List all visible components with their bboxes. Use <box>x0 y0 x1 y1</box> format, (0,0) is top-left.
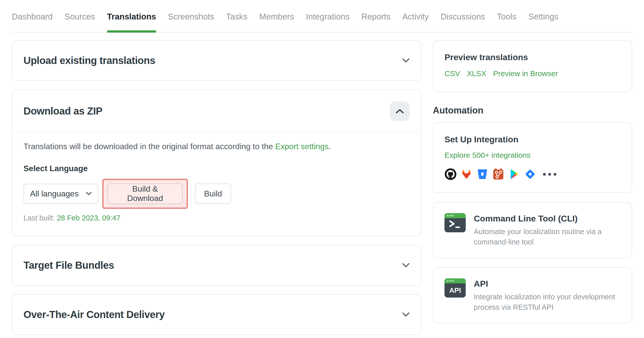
download-panel-title: Download as ZIP <box>23 105 103 117</box>
tab-settings[interactable]: Settings <box>528 12 558 32</box>
bitbucket-icon[interactable] <box>476 168 488 180</box>
csv-link[interactable]: CSV <box>444 69 460 78</box>
gitlab-icon[interactable] <box>460 168 473 180</box>
build-controls-row: All languages Build & Download Build <box>23 179 410 209</box>
sidebar-column: Preview translations CSV XLSX Preview in… <box>433 40 632 338</box>
download-description: Translations will be downloaded in the o… <box>23 141 410 152</box>
target-file-bundles-panel: Target File Bundles <box>12 245 421 286</box>
more-integrations-icon[interactable] <box>543 173 556 176</box>
tab-tasks[interactable]: Tasks <box>226 12 247 32</box>
export-settings-link[interactable]: Export settings <box>275 142 329 151</box>
tab-reports[interactable]: Reports <box>361 12 391 32</box>
collapse-panel-button[interactable] <box>390 101 410 121</box>
terminal-icon <box>444 213 466 232</box>
download-panel-body: Translations will be downloaded in the o… <box>12 133 421 236</box>
api-card-text: API Integrate localization into your dev… <box>474 278 621 312</box>
tab-screenshots[interactable]: Screenshots <box>168 12 214 32</box>
preview-in-browser-link[interactable]: Preview in Browser <box>493 69 558 78</box>
last-built-date[interactable]: 28 Feb 2023, 09:47 <box>57 214 120 222</box>
tab-tools[interactable]: Tools <box>497 12 516 32</box>
target-bundles-panel-header[interactable]: Target File Bundles <box>12 245 421 285</box>
build-button[interactable]: Build <box>195 184 231 204</box>
tab-dashboard[interactable]: Dashboard <box>12 12 53 32</box>
cli-card[interactable]: Command Line Tool (CLI) Automate your lo… <box>433 202 632 258</box>
chevron-down-icon <box>402 312 410 317</box>
tab-sources[interactable]: Sources <box>64 12 95 32</box>
translations-main-column: Upload existing translations Download as… <box>12 40 421 338</box>
download-as-zip-panel: Download as ZIP Translations will be dow… <box>12 89 421 236</box>
language-select[interactable]: All languages <box>23 184 98 204</box>
preview-translations-card: Preview translations CSV XLSX Preview in… <box>433 40 632 92</box>
explore-integrations-link[interactable]: Explore 500+ integrations <box>444 151 531 160</box>
google-play-icon[interactable] <box>508 168 520 180</box>
ota-content-delivery-panel: Over-The-Air Content Delivery <box>12 294 421 335</box>
chevron-up-icon <box>395 109 404 114</box>
svg-text:API: API <box>449 286 461 294</box>
jira-icon[interactable] <box>524 168 536 180</box>
chevron-down-icon <box>86 192 92 195</box>
last-built-label: Last built: <box>23 214 57 222</box>
last-built-status: Last built: 28 Feb 2023, 09:47 <box>23 214 410 222</box>
api-card-description: Integrate localization into your develop… <box>474 292 621 312</box>
ota-panel-header[interactable]: Over-The-Air Content Delivery <box>12 295 421 334</box>
upload-panel-title: Upload existing translations <box>23 55 155 66</box>
tab-discussions[interactable]: Discussions <box>441 12 485 32</box>
tab-integrations[interactable]: Integrations <box>306 12 349 32</box>
integration-icons-row <box>444 168 621 180</box>
upload-panel-header[interactable]: Upload existing translations <box>12 41 421 80</box>
chevron-down-icon <box>402 263 410 268</box>
tab-activity[interactable]: Activity <box>402 12 429 32</box>
upload-existing-translations-panel: Upload existing translations <box>12 40 421 81</box>
github-icon[interactable] <box>444 168 457 180</box>
preview-translations-title: Preview translations <box>444 52 621 62</box>
target-bundles-panel-title: Target File Bundles <box>23 260 114 271</box>
api-card-title: API <box>474 279 621 289</box>
annotation-highlight: Build & Download <box>102 179 188 209</box>
build-and-download-button[interactable]: Build & Download <box>108 184 183 204</box>
tab-translations[interactable]: Translations <box>107 12 156 32</box>
xlsx-link[interactable]: XLSX <box>467 69 486 78</box>
cli-card-description: Automate your localization routine via a… <box>474 227 621 247</box>
language-select-value: All languages <box>30 189 79 198</box>
download-panel-header[interactable]: Download as ZIP <box>12 90 421 132</box>
set-up-integration-title: Set Up Integration <box>444 134 621 144</box>
api-card[interactable]: API API Integrate localization into your… <box>433 267 632 323</box>
api-icon: API <box>444 278 466 298</box>
download-description-period: . <box>329 142 331 151</box>
cli-card-title: Command Line Tool (CLI) <box>474 214 621 223</box>
project-tabs-nav: Dashboard Sources Translations Screensho… <box>12 0 632 33</box>
preview-links-row: CSV XLSX Preview in Browser <box>444 69 621 78</box>
automation-heading: Automation <box>433 105 632 116</box>
select-language-label: Select Language <box>23 164 410 173</box>
tab-members[interactable]: Members <box>259 12 294 32</box>
cli-card-text: Command Line Tool (CLI) Automate your lo… <box>474 213 621 247</box>
ota-panel-title: Over-The-Air Content Delivery <box>23 309 165 320</box>
git-icon[interactable] <box>492 168 504 180</box>
download-description-text: Translations will be downloaded in the o… <box>23 142 275 151</box>
chevron-down-icon <box>402 58 410 63</box>
set-up-integration-card: Set Up Integration Explore 500+ integrat… <box>433 122 632 193</box>
